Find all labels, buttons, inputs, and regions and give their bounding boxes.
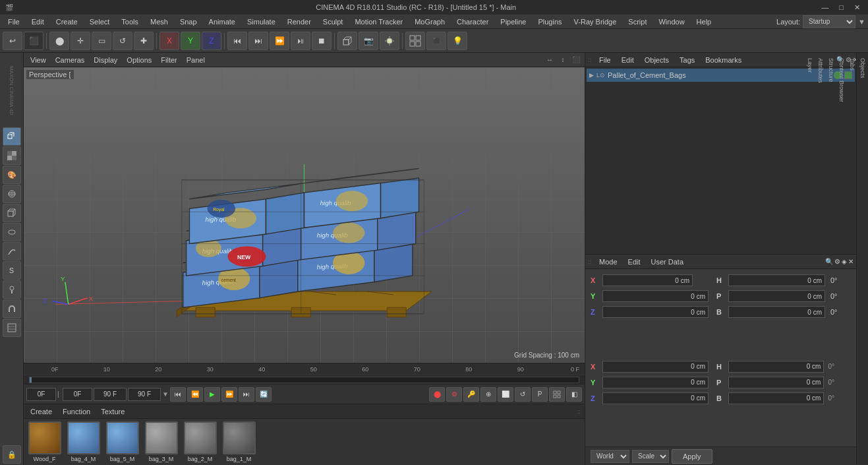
record-button[interactable]: ⬤	[429, 387, 445, 402]
z-axis-button[interactable]: Z	[202, 32, 221, 50]
grid-btn[interactable]	[549, 387, 565, 402]
sphere-button[interactable]	[3, 185, 21, 203]
vp-cameras-menu[interactable]: Cameras	[51, 55, 89, 65]
material-wood[interactable]: Wood_F	[26, 421, 63, 462]
start-frame-input[interactable]	[63, 388, 92, 401]
v2-button[interactable]: ⬛	[426, 32, 446, 50]
menu-file[interactable]: File	[3, 16, 25, 27]
menu-sculpt[interactable]: Sculpt	[318, 16, 349, 27]
menu-window[interactable]: Window	[653, 16, 689, 27]
z2-input[interactable]	[602, 392, 709, 404]
y2-input[interactable]	[602, 377, 709, 388]
obj-edit-menu[interactable]: Edit	[618, 55, 638, 65]
snap-magnet-button[interactable]	[3, 299, 21, 318]
goto-start-button[interactable]: ⏮	[170, 387, 186, 402]
current-frame-input[interactable]	[26, 388, 56, 401]
v1-button[interactable]	[405, 32, 425, 50]
material-bag1[interactable]: bag_1_M	[221, 421, 257, 462]
pos2-button[interactable]: P	[532, 387, 548, 402]
stop-button[interactable]: ⏹	[312, 32, 332, 50]
menu-edit[interactable]: Edit	[26, 16, 49, 27]
paint-bucket-button[interactable]: 🎨	[3, 166, 21, 184]
key-button[interactable]: 🔑	[463, 387, 479, 402]
maximize-button[interactable]: □	[836, 3, 846, 12]
model-tool-button[interactable]	[3, 127, 21, 146]
tab-layer[interactable]: Layer	[805, 53, 815, 465]
vp-view-menu[interactable]: View	[26, 55, 50, 65]
menu-plugins[interactable]: Plugins	[533, 16, 567, 27]
cube-button[interactable]	[3, 204, 21, 222]
vp-panel-menu[interactable]: Panel	[183, 55, 209, 65]
attr-user-data-menu[interactable]: User Data	[647, 257, 688, 267]
tab-content-browser[interactable]: Content Browser	[836, 53, 847, 465]
prev-frame-button[interactable]: ⏭	[248, 32, 268, 50]
vp-filter-menu[interactable]: Filter	[157, 55, 181, 65]
camera-button[interactable]: 📷	[359, 32, 378, 50]
sel-button[interactable]: ⬜	[498, 387, 513, 402]
close-button[interactable]: ✕	[852, 3, 863, 12]
z-pos-input[interactable]	[602, 306, 709, 318]
attr-edit-menu[interactable]: Edit	[624, 257, 645, 267]
x-axis-button[interactable]: X	[159, 32, 179, 50]
goto-end-button[interactable]: ⏭	[239, 387, 254, 402]
undo-button[interactable]: ↩	[3, 32, 22, 50]
mat-texture-menu[interactable]: Texture	[97, 406, 129, 417]
obj-objects-menu[interactable]: Objects	[641, 55, 673, 65]
step-back-button[interactable]: ⏪	[187, 387, 203, 402]
fps-input[interactable]	[128, 388, 161, 401]
menu-select[interactable]: Select	[84, 16, 115, 27]
menu-pipeline[interactable]: Pipeline	[495, 16, 531, 27]
solo-button[interactable]: ◧	[566, 387, 582, 402]
menu-simulate[interactable]: Simulate	[242, 16, 281, 27]
menu-mograph[interactable]: MoGraph	[409, 16, 450, 27]
mat-function-menu[interactable]: Function	[59, 406, 94, 417]
apply-button[interactable]: Apply	[672, 449, 712, 464]
x-pos-input[interactable]	[602, 274, 693, 286]
obj-file-menu[interactable]: File	[595, 55, 615, 65]
next-frame-button[interactable]: ⏯	[291, 32, 310, 50]
texture-mode-button[interactable]: ✚	[134, 32, 154, 50]
tab-objects[interactable]: Objects	[857, 53, 868, 465]
edge-mode-button[interactable]: ✛	[71, 32, 90, 50]
menu-help[interactable]: Help	[691, 16, 717, 27]
redo-button[interactable]: ⬛	[24, 32, 43, 50]
perspective-button[interactable]	[337, 32, 357, 50]
polygon-mode-button[interactable]: ▭	[92, 32, 111, 50]
play-button[interactable]: ▶	[204, 387, 220, 402]
layout-select[interactable]: Startup	[803, 15, 855, 28]
tab-attributes[interactable]: Attributes	[815, 53, 826, 465]
menu-vray[interactable]: V-Ray Bridge	[569, 16, 622, 27]
tab-tabs[interactable]: Tabs	[847, 53, 857, 465]
motion-button[interactable]: ⊕	[480, 387, 496, 402]
material-bag5[interactable]: bag_5_M	[104, 421, 140, 462]
menu-render[interactable]: Render	[282, 16, 316, 27]
timeline-area[interactable]	[24, 375, 585, 384]
record-start-button[interactable]: ⏮	[227, 32, 247, 50]
menu-character[interactable]: Character	[451, 16, 494, 27]
menu-animate[interactable]: Animate	[204, 16, 241, 27]
point-mode-button[interactable]: ⬤	[49, 32, 69, 50]
menu-motion-tracker[interactable]: Motion Tracker	[349, 16, 408, 27]
loop-button[interactable]: 🔄	[256, 387, 272, 402]
menu-mesh[interactable]: Mesh	[145, 16, 173, 27]
spline-button[interactable]: S	[3, 261, 21, 280]
render-button[interactable]: 💡	[448, 32, 467, 50]
object-mode-button[interactable]: ↺	[113, 32, 132, 50]
pos-button[interactable]: ↺	[515, 387, 531, 402]
timeline-scrub-bar[interactable]	[29, 377, 579, 383]
step-forward-button[interactable]: ⏩	[221, 387, 237, 402]
checker2-button[interactable]	[3, 319, 21, 337]
scale-mode-select[interactable]: Scale	[632, 450, 669, 463]
x2-input[interactable]	[602, 361, 709, 373]
light-button[interactable]	[380, 32, 399, 50]
vp-icon3[interactable]: ⬛	[570, 54, 582, 66]
capsule-button[interactable]	[3, 223, 21, 241]
layout-arrow[interactable]: ▼	[858, 18, 865, 26]
play-forward-button[interactable]: ⏩	[270, 32, 289, 50]
auto-key-button[interactable]: ⚙	[446, 387, 462, 402]
tab-structure[interactable]: Structure	[826, 53, 836, 465]
vp-options-menu[interactable]: Options	[123, 55, 156, 65]
menu-script[interactable]: Script	[623, 16, 652, 27]
vp-display-menu[interactable]: Display	[90, 55, 121, 65]
y-axis-button[interactable]: Y	[181, 32, 200, 50]
